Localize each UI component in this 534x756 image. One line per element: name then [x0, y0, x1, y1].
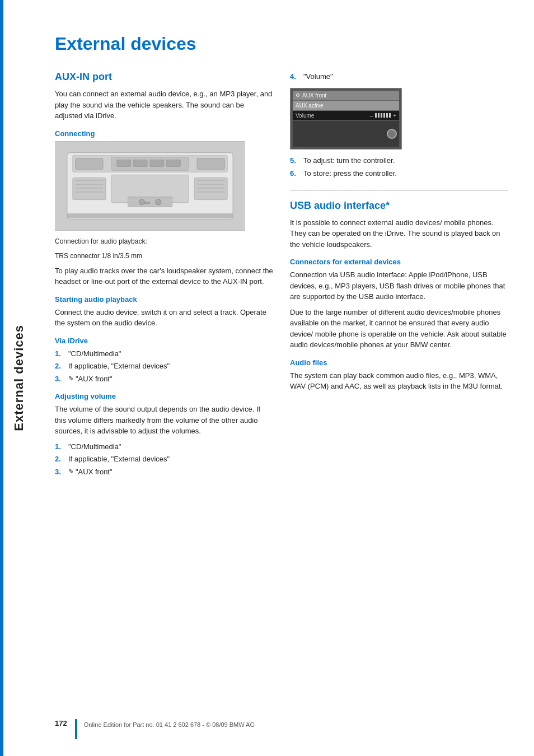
svg-text:AUX: AUX — [144, 201, 151, 204]
adjusting-item-2: 2. If applicable, "External devices" — [55, 454, 273, 465]
svg-rect-7 — [133, 160, 147, 166]
vol-minus: – — [370, 113, 373, 119]
connecting-heading: Connecting — [55, 129, 273, 138]
svg-rect-3 — [76, 158, 103, 169]
volume-bar: – + — [370, 113, 396, 119]
connectors-text-2: Due to the large number of different aud… — [290, 307, 508, 351]
tap-icon-2: ✎ — [68, 466, 74, 477]
svg-rect-25 — [67, 213, 233, 218]
starting-heading: Starting audio playback — [55, 295, 273, 304]
volume-item: 4. "Volume" — [290, 71, 508, 82]
via-idrive-item-1: 1. "CD/Multimedia" — [55, 348, 273, 360]
adjusting-text: The volume of the sound output depends o… — [55, 404, 273, 437]
store-item: 6. To store: press the controller. — [290, 168, 508, 179]
svg-point-12 — [139, 199, 144, 204]
svg-rect-4 — [197, 158, 224, 169]
svg-rect-20 — [194, 178, 227, 200]
connection-note: To play audio tracks over the car's loud… — [55, 265, 273, 287]
footer-line — [75, 719, 77, 739]
connection-info-line1: Connection for audio playback: — [55, 236, 273, 246]
sidebar-label: External devices — [12, 325, 26, 431]
aux-bottom-area — [293, 121, 399, 147]
aux-header-label: AUX front — [302, 92, 326, 99]
connection-info-line2: TRS connector 1/8 in/3.5 mm — [55, 251, 273, 261]
svg-point-13 — [156, 199, 161, 204]
main-content: External devices AUX-IN port You can con… — [38, 0, 534, 756]
aux-volume-row: Volume – — [293, 111, 399, 121]
audio-files-heading: Audio files — [290, 358, 508, 367]
aux-in-heading: AUX-IN port — [55, 71, 273, 83]
svg-rect-6 — [117, 160, 131, 166]
usb-intro-text: It is possible to connect external audio… — [290, 217, 508, 250]
vol-ticks — [375, 113, 391, 118]
vol-plus: + — [393, 113, 396, 119]
aux-header-row: ⚙ AUX front — [293, 91, 399, 101]
adjust-item: 5. To adjust: turn the controller. — [290, 155, 508, 166]
aux-active-row: AUX active — [293, 101, 399, 111]
sidebar-bar — [0, 0, 3, 756]
page-title: External devices — [55, 34, 512, 54]
divider — [290, 190, 508, 191]
via-idrive-item-2: 2. If applicable, "External devices" — [55, 361, 273, 372]
page-number: 172 — [55, 719, 67, 727]
connectors-heading: Connectors for external devices — [290, 258, 508, 266]
svg-rect-9 — [167, 160, 181, 166]
via-idrive-item-3: 3. ✎ "AUX front" — [55, 374, 273, 385]
aux-intro-text: You can connect an external audio device… — [55, 88, 273, 122]
left-column: AUX-IN port You can connect an external … — [55, 71, 273, 479]
aux-screen-image: ⚙ AUX front AUX active Volume – — [290, 88, 402, 150]
footer-text: Online Edition for Part no. 01 41 2 602 … — [84, 719, 255, 730]
adjusting-item-1: 1. "CD/Multimedia" — [55, 441, 273, 452]
footer: 172 Online Edition for Part no. 01 41 2 … — [38, 719, 534, 739]
audio-files-text: The system can play back common audio fi… — [290, 370, 508, 392]
svg-rect-8 — [150, 160, 164, 166]
adjusting-item-3: 3. ✎ "AUX front" — [55, 466, 273, 478]
svg-rect-15 — [73, 178, 106, 200]
adjusting-heading: Adjusting volume — [55, 392, 273, 400]
via-idrive-heading: Via iDrive — [55, 337, 273, 345]
right-column: 4. "Volume" ⚙ AUX front AUX active — [290, 71, 508, 479]
aux-knob — [387, 129, 397, 139]
car-interior-image: AUX — [55, 141, 245, 231]
sidebar: External devices — [0, 0, 38, 756]
aux-volume-label: Volume — [296, 113, 314, 119]
usb-heading: USB audio interface* — [290, 200, 508, 212]
connectors-text-1: Connection via USB audio interface: Appl… — [290, 269, 508, 302]
starting-text: Connect the audio device, switch it on a… — [55, 307, 273, 329]
tap-icon: ✎ — [68, 374, 74, 384]
aux-active-label: AUX active — [296, 102, 323, 109]
